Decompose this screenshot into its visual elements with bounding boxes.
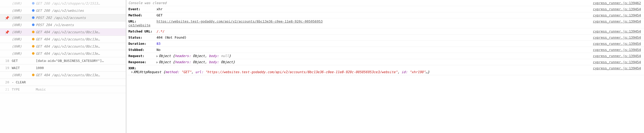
source-link[interactable]: cypress_runner.js:139454	[593, 48, 641, 52]
source-link[interactable]: cypress_runner.js:139454	[593, 66, 641, 70]
command-message: GET 404 /api/v2/accounts/8bc13e…	[36, 52, 126, 56]
command-log-row[interactable]: (XHR)GET 200 /api/v2/shoppers/2/1513…	[0, 0, 126, 7]
command-tag: (XHR)	[11, 23, 31, 27]
expand-caret-icon[interactable]	[131, 71, 133, 73]
step-number: 20	[5, 80, 9, 84]
console-line[interactable]: Duration:83cypress_runner.js:139454	[126, 41, 644, 47]
status-dot-icon	[32, 31, 35, 33]
command-tag: (XHR)	[11, 9, 31, 13]
command-log-row[interactable]: 21 TYPEMusic	[0, 86, 126, 93]
status-dot-icon	[32, 74, 35, 76]
source-link[interactable]: cypress_runner.js:139454	[593, 54, 641, 58]
console-value: Object {headers: Object, body: Object}	[157, 60, 593, 64]
command-log-row[interactable]: 📌(XHR)GET 404 /api/v2/accounts/8bc13e…	[0, 29, 126, 36]
console-line[interactable]: Status:404 (Not Found)cypress_runner.js:…	[126, 35, 644, 41]
console-label: Duration:	[128, 42, 157, 46]
command-message: GET 404 /api/v2/accounts/8bc13e…	[36, 45, 126, 48]
command-log-row[interactable]: (XHR)GET 200 /api/v2/websites	[0, 7, 126, 14]
console-label: Status:	[128, 36, 157, 39]
command-message: GET 404 /api/v2/accounts/8bc13e…	[36, 73, 126, 77]
command-log-row[interactable]: 19WAIT1000	[0, 64, 126, 72]
console-line[interactable]: XHR:cypress_runner.js:139454XMLHttpReque…	[126, 65, 644, 75]
console-value: 404 (Not Found)	[157, 36, 593, 39]
url-link[interactable]: https://websites.test-godaddy.com/api/v2…	[157, 19, 323, 23]
source-link[interactable]: cypress_runner.js:139454	[593, 19, 641, 23]
source-link[interactable]: cypress_runner.js:139454	[593, 36, 641, 39]
step-number: 18	[5, 59, 9, 63]
command-message: GET 404 /api/v2/accounts/8bc13e…	[36, 30, 126, 34]
source-link[interactable]: cypress_runner.js:139462	[593, 1, 641, 5]
status-dot-icon	[32, 38, 35, 40]
console-value: No	[157, 48, 593, 52]
status-dot-icon	[32, 24, 35, 26]
status-dot-icon	[32, 52, 35, 55]
command-log-row[interactable]: (XHR)GET 404 /api/v2/accounts/8bc13e…	[0, 50, 126, 57]
console-line[interactable]: Stubbed:Nocypress_runner.js:139454	[126, 47, 644, 53]
console-line[interactable]: Request:Object {headers: Object, body: n…	[126, 53, 644, 59]
command-message: Music	[36, 87, 126, 91]
pin-icon[interactable]: 📌	[5, 30, 9, 34]
console-label: Request:	[128, 54, 157, 58]
command-tag: (XHR)	[11, 16, 31, 20]
xhr-object-body: XMLHttpRequest {method: "GET", url: "htt…	[128, 70, 641, 74]
command-message: POST 204 /v1/events	[36, 23, 126, 27]
command-log-panel: (XHR)GET 200 /api/v2/shoppers/2/1513…(XH…	[0, 0, 126, 133]
source-link[interactable]: cypress_runner.js:139454	[593, 42, 641, 46]
console-value: GET	[157, 13, 593, 17]
console-label: Method:	[128, 13, 157, 17]
console-value: 83	[157, 42, 593, 46]
url-link-continued[interactable]: ce3/website	[128, 23, 150, 27]
command-log-row[interactable]: (XHR)POST 204 /v1/events	[0, 21, 126, 29]
command-tag: GET	[11, 59, 31, 63]
command-message: GET 200 /api/v2/shoppers/2/1513…	[36, 2, 126, 5]
command-tag: (XHR)	[11, 30, 31, 34]
console-label: XHR:	[128, 66, 157, 70]
status-dot-icon	[32, 9, 35, 12]
console-label: Event:	[128, 7, 157, 11]
source-link[interactable]: cypress_runner.js:139454	[593, 7, 641, 11]
command-message: 1000	[36, 66, 126, 70]
command-message: [data-aid="OB_BUSINESS_CATEGORY"]…	[36, 59, 126, 63]
expand-caret-icon[interactable]	[157, 55, 158, 57]
command-tag: - CLEAR	[11, 80, 31, 84]
command-tag: (XHR)	[11, 52, 31, 56]
command-message: GET 200 /api/v2/websites	[36, 9, 126, 13]
console-label: Response:	[128, 60, 157, 64]
command-log-row[interactable]: (XHR)GET 404 /api/v2/accounts/8bc13e…	[0, 43, 126, 50]
command-log-row[interactable]: 20- CLEAR	[0, 79, 126, 86]
console-line[interactable]: Method:GETcypress_runner.js:139454	[126, 12, 644, 18]
console-line[interactable]: Console was clearedcypress_runner.js:139…	[126, 0, 644, 6]
command-log-row[interactable]: (XHR)GET 404 /api/v2/accounts/8bc13e…	[0, 72, 126, 79]
command-tag: (XHR)	[11, 73, 31, 77]
pin-icon[interactable]: 📌	[5, 16, 9, 20]
source-link[interactable]: cypress_runner.js:139454	[593, 13, 641, 17]
command-tag: WAIT	[11, 66, 31, 70]
command-log-row[interactable]: (XHR)GET 404 /api/v2/accounts/8bc13e…	[0, 36, 126, 43]
source-link[interactable]: cypress_runner.js:139454	[593, 60, 641, 64]
console-line[interactable]: Response:Object {headers: Object, body: …	[126, 59, 644, 65]
command-tag: TYPE	[11, 87, 31, 91]
console-panel: Console was clearedcypress_runner.js:139…	[126, 0, 644, 133]
console-value: xhr	[157, 7, 593, 11]
console-line[interactable]: Matched URL:/.*/cypress_runner.js:139454	[126, 28, 644, 35]
command-tag: (XHR)	[11, 37, 31, 41]
command-message: POST 202 /api/v2/accounts	[36, 16, 126, 20]
status-dot-icon	[32, 16, 35, 19]
console-label: Stubbed:	[128, 48, 157, 52]
console-cleared-message: Console was cleared	[128, 1, 593, 5]
console-value: /.*/	[157, 29, 593, 33]
expand-caret-icon[interactable]	[157, 61, 158, 63]
command-message: GET 404 /api/v2/accounts/8bc13e…	[36, 37, 126, 41]
console-line[interactable]: Event:xhrcypress_runner.js:139454	[126, 6, 644, 12]
command-log-row[interactable]: 📌(XHR)POST 202 /api/v2/accounts	[0, 14, 126, 21]
source-link[interactable]: cypress_runner.js:139454	[593, 29, 641, 33]
command-tag: (XHR)	[11, 2, 31, 5]
command-log-row[interactable]: 18GET[data-aid="OB_BUSINESS_CATEGORY"]…	[0, 57, 126, 64]
step-number: 21	[5, 87, 9, 91]
command-tag: (XHR)	[11, 45, 31, 48]
console-line[interactable]: URL:https://websites.test-godaddy.com/ap…	[126, 18, 644, 28]
console-label: Matched URL:	[128, 29, 157, 33]
console-value: Object {headers: Object, body: null}	[157, 54, 593, 58]
step-number: 19	[5, 66, 9, 70]
status-dot-icon	[32, 2, 35, 5]
